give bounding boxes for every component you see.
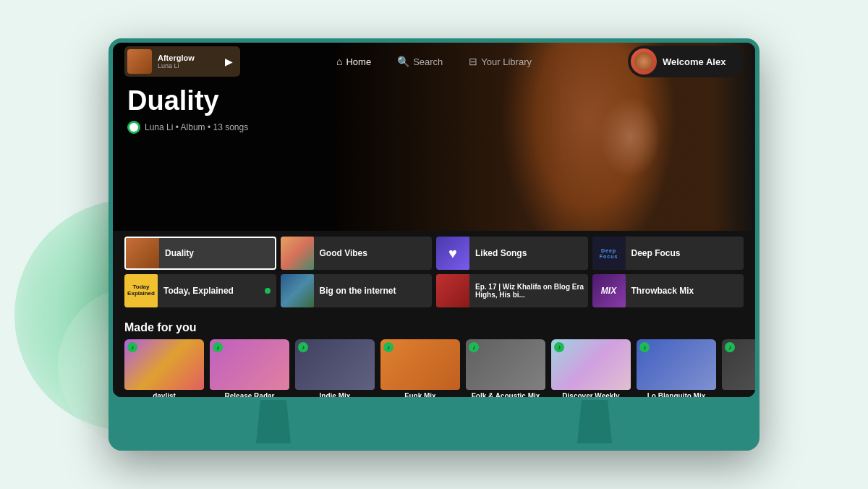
spotify-badge5: ♪ — [469, 342, 479, 352]
pick-art-liked-songs: ♥ — [436, 237, 469, 270]
library-icon: ⊟ — [469, 56, 477, 67]
home-icon: ⌂ — [336, 56, 342, 67]
pick-label-liked-songs: Liked Songs — [475, 248, 588, 258]
spotify-icon-inner4: ♪ — [387, 344, 390, 351]
quick-picks-grid: Duality Good Vibes ♥ Liked Songs Deep Fo… — [124, 237, 744, 307]
deep-focus-text2: Focus — [600, 254, 618, 259]
now-playing-art — [127, 49, 152, 74]
spotify-icon-inner: ♪ — [131, 344, 134, 351]
artist-avatar-inner — [129, 123, 138, 132]
tv-wrapper: Afterglow Luna Li ▶ ⌂ Home 🔍 Search — [109, 38, 760, 451]
playlist-art-release: ♪ — [210, 339, 289, 390]
nav-links: ⌂ Home 🔍 Search ⊟ Your Library — [331, 53, 537, 70]
pick-deep-focus[interactable]: Deep Focus Deep Focus — [592, 237, 744, 270]
hero-subtitle-text: Luna Li • Album • 13 songs — [145, 122, 248, 132]
welcome-badge[interactable]: Welcome Alex — [628, 46, 744, 77]
section-title-made-for-you: Made for you — [124, 321, 197, 334]
playlist-indie[interactable]: ♪ Indie Mix — [295, 339, 375, 397]
pick-art-good-vibes — [281, 237, 314, 270]
pick-label-throwback: Throwback Mix — [631, 286, 744, 296]
pick-good-vibes[interactable]: Good Vibes — [281, 237, 433, 270]
playlist-daylist[interactable]: ♪ daylist — [124, 339, 204, 397]
nav-home-label: Home — [346, 56, 371, 67]
pick-throwback[interactable]: MIX Throwback Mix — [592, 274, 744, 307]
playlist-label-release: Release Radar — [210, 392, 289, 397]
pick-label-deep-focus: Deep Focus — [631, 248, 744, 258]
playlist-label-funk: Funk Mix — [380, 392, 460, 397]
pick-label-today: Today, Explained — [163, 286, 259, 296]
pick-liked-songs[interactable]: ♥ Liked Songs — [436, 237, 588, 270]
playlist-art-more: ♪ — [722, 339, 755, 390]
hero-subtitle: Luna Li • Album • 13 songs — [127, 121, 248, 134]
nav-library-label: Your Library — [481, 56, 532, 67]
spotify-badge4: ♪ — [383, 342, 393, 352]
spotify-badge3: ♪ — [298, 342, 308, 352]
playlist-art-discover: ♪ — [551, 339, 631, 390]
heart-icon: ♥ — [448, 245, 457, 262]
playlist-discover[interactable]: ♪ Discover Weekly — [551, 339, 631, 397]
deep-focus-text1: Deep — [601, 248, 616, 253]
pick-art-throwback: MIX — [592, 274, 626, 307]
throwback-text: MIX — [601, 286, 616, 296]
search-icon: 🔍 — [397, 56, 409, 67]
spotify-icon-inner8: ♪ — [728, 344, 731, 351]
user-avatar — [631, 48, 657, 75]
pick-label-duality: Duality — [165, 248, 275, 258]
spotify-icon-inner6: ♪ — [558, 344, 561, 351]
playlist-release-radar[interactable]: ♪ Release Radar — [210, 339, 289, 397]
spotify-badge8: ♪ — [725, 342, 735, 352]
hero-content: Duality Luna Li • Album • 13 songs — [127, 86, 248, 134]
pick-art-deep-focus: Deep Focus — [592, 237, 626, 270]
playlist-label-indie: Indie Mix — [295, 392, 375, 397]
spotify-icon-inner7: ♪ — [643, 344, 646, 351]
playlist-label-discover: Discover Weekly — [551, 392, 631, 397]
playlist-art-indie: ♪ — [295, 339, 375, 390]
now-playing-info: Afterglow Luna Li — [158, 54, 219, 69]
pick-duality[interactable]: Duality — [124, 237, 276, 270]
spotify-icon-inner5: ♪ — [472, 344, 475, 351]
pick-big-internet[interactable]: Big on the internet — [281, 274, 433, 307]
pick-label-good-vibes: Good Vibes — [320, 248, 433, 258]
pick-label-big: Big on the internet — [320, 286, 433, 296]
navbar: Afterglow Luna Li ▶ ⌂ Home 🔍 Search — [113, 43, 755, 80]
playlist-funk[interactable]: ♪ Funk Mix — [380, 339, 460, 397]
nav-search-label: Search — [413, 56, 443, 67]
spotify-badge7: ♪ — [639, 342, 650, 352]
spotify-badge6: ♪ — [554, 342, 564, 352]
tv-stand — [113, 397, 755, 451]
nav-search[interactable]: 🔍 Search — [391, 53, 448, 70]
playlist-art-loblanquito: ♪ — [637, 339, 716, 390]
tv-screen: Afterglow Luna Li ▶ ⌂ Home 🔍 Search — [113, 43, 755, 397]
artist-avatar — [127, 121, 140, 134]
tv-body: Afterglow Luna Li ▶ ⌂ Home 🔍 Search — [109, 38, 760, 451]
now-playing-artist: Luna Li — [158, 62, 219, 69]
playlist-label-folk: Folk & Acoustic Mix — [466, 392, 545, 397]
pick-today-explained[interactable]: Today Explained Today, Explained — [124, 274, 276, 307]
playlist-label-loblanquito: Lo Blanquito Mix — [637, 392, 716, 397]
now-playing-pill[interactable]: Afterglow Luna Li ▶ — [124, 46, 240, 77]
nav-home[interactable]: ⌂ Home — [331, 53, 377, 70]
play-button[interactable]: ▶ — [225, 56, 233, 67]
today-text: Today Explained — [124, 284, 158, 297]
spotify-icon-inner3: ♪ — [302, 344, 305, 351]
avatar-inner — [634, 52, 653, 71]
playlist-more[interactable]: ♪ M... — [722, 339, 755, 397]
spotify-badge2: ♪ — [213, 342, 223, 352]
pick-art-duality — [126, 237, 159, 270]
playlist-loblanquito[interactable]: ♪ Lo Blanquito Mix — [637, 339, 716, 397]
pick-label-ep17: Ep. 17 | Wiz Khalifa on Blog Era Highs, … — [475, 283, 588, 299]
nav-library[interactable]: ⊟ Your Library — [463, 53, 537, 70]
welcome-text: Welcome Alex — [663, 56, 726, 67]
playlist-folk[interactable]: ♪ Folk & Acoustic Mix — [466, 339, 545, 397]
playlist-art-funk: ♪ — [380, 339, 460, 390]
pick-art-big — [281, 274, 314, 307]
spotify-badge: ♪ — [127, 342, 137, 352]
made-for-you-row: ♪ daylist ♪ Release Radar ♪ Indie Mix — [124, 339, 755, 397]
playlist-art-folk: ♪ — [466, 339, 545, 390]
playlist-label-daylist: daylist — [124, 392, 204, 397]
stand-leg-right — [573, 400, 616, 443]
pick-art-ep17 — [436, 274, 469, 307]
hero-title: Duality — [127, 86, 248, 116]
pick-ep17[interactable]: Ep. 17 | Wiz Khalifa on Blog Era Highs, … — [436, 274, 588, 307]
playlist-label-more: M... — [722, 392, 755, 397]
